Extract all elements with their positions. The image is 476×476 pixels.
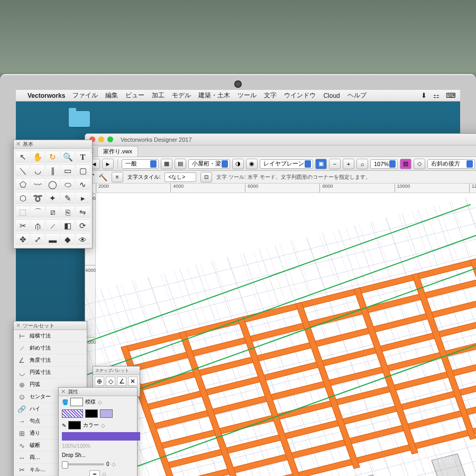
chamfer-tool-icon[interactable]: ⧄ bbox=[46, 206, 60, 218]
zoom-out-button[interactable]: − bbox=[329, 159, 341, 169]
text-options-button[interactable]: ⊡ bbox=[200, 172, 212, 182]
menu-view[interactable]: ビュー bbox=[125, 91, 144, 100]
menu-window[interactable]: ウインドウ bbox=[284, 91, 316, 100]
visibility-tool-icon[interactable]: 👁 bbox=[76, 233, 90, 246]
wifi-icon[interactable]: ⚏ bbox=[433, 91, 440, 99]
palette-close-icon[interactable]: ✕ bbox=[16, 322, 21, 329]
double-line-tool-icon[interactable]: ∥ bbox=[46, 164, 60, 177]
spiral-tool-icon[interactable]: ➰ bbox=[31, 192, 44, 205]
zoom-in-button[interactable]: + bbox=[343, 159, 354, 169]
canvas[interactable]: 800 bbox=[96, 193, 476, 476]
trim-tool-icon[interactable]: ⟋ bbox=[46, 219, 60, 232]
lavender-swatch[interactable] bbox=[100, 409, 113, 418]
menu-model[interactable]: モデル bbox=[172, 91, 191, 100]
polyline-tool-icon[interactable]: 〰 bbox=[31, 178, 44, 191]
rounded-rect-tool-icon[interactable]: ▢ bbox=[76, 164, 90, 177]
menu-help[interactable]: ヘルプ bbox=[347, 91, 367, 100]
palette-close-icon[interactable]: ✕ bbox=[16, 141, 21, 148]
locus-tool-icon[interactable]: ✦ bbox=[46, 192, 60, 205]
bucket-icon[interactable]: 🪣 bbox=[62, 399, 68, 405]
align-button[interactable]: ≡ bbox=[112, 172, 123, 182]
dropbox-icon[interactable]: ⬇ bbox=[421, 91, 427, 99]
menu-tools[interactable]: ツール bbox=[237, 91, 257, 100]
circle-tool-icon[interactable]: ◯ bbox=[46, 178, 60, 191]
class-select[interactable]: 一般 bbox=[122, 159, 159, 169]
document-tab[interactable]: 家作り.vwx bbox=[97, 146, 138, 157]
menu-edit[interactable]: 編集 bbox=[105, 91, 118, 100]
nav-fwd-button[interactable]: ► bbox=[102, 159, 114, 169]
hatch-swatch[interactable] bbox=[62, 409, 83, 418]
drawing-area[interactable]: 2000400060008000100001200014000 60004000… bbox=[85, 184, 476, 476]
fill-swatch[interactable] bbox=[70, 398, 83, 406]
pen-swatch[interactable] bbox=[68, 421, 81, 429]
zoom-select[interactable]: 107% bbox=[370, 159, 398, 169]
fillet-tool-icon[interactable]: ⌒ bbox=[31, 206, 44, 218]
attribute-mapping-tool-icon[interactable]: ▸ bbox=[76, 192, 90, 205]
line-tool-icon[interactable]: ＼ bbox=[16, 164, 30, 177]
text-tool-icon[interactable]: T bbox=[76, 151, 90, 163]
snap-intersection-icon[interactable]: ✕ bbox=[128, 377, 138, 386]
text-style-select[interactable]: <なし> bbox=[164, 172, 196, 182]
menu-file[interactable]: ファイル bbox=[72, 91, 98, 100]
symbol-tool-icon[interactable]: ◆ bbox=[61, 233, 75, 246]
palette-close-icon[interactable]: ✕ bbox=[61, 388, 66, 395]
reshape-tool-icon[interactable]: ◧ bbox=[61, 219, 75, 232]
scale-tool-icon[interactable]: ⤢ bbox=[31, 233, 44, 246]
toolset-item[interactable]: ◡円弧寸法 bbox=[14, 367, 87, 379]
menu-text[interactable]: 文字 bbox=[264, 91, 277, 100]
wall-tool-icon[interactable]: ▬ bbox=[46, 233, 60, 246]
offset-tool-icon[interactable]: ⎘ bbox=[61, 206, 75, 218]
rectangle-tool-icon[interactable]: ▭ bbox=[61, 164, 75, 177]
split-tool-icon[interactable]: ✂ bbox=[16, 219, 30, 232]
color-bar[interactable] bbox=[62, 432, 140, 441]
menu-cloud[interactable]: Cloud bbox=[323, 92, 340, 99]
app-name[interactable]: Vectorworks bbox=[28, 92, 65, 99]
arc-tool-icon[interactable]: ◡ bbox=[31, 164, 44, 177]
attributes-palette[interactable]: ✕ 属性 🪣 模様 ◇ ✎ カラー ◇ 100%/10 bbox=[58, 387, 138, 476]
projection-button[interactable]: ◇ bbox=[414, 159, 425, 169]
eyedropper-tool-icon[interactable]: ✎ bbox=[61, 192, 75, 205]
toolset-item[interactable]: ∠角度寸法 bbox=[14, 354, 87, 367]
snap-object-icon[interactable]: ◇ bbox=[106, 377, 115, 386]
black-swatch[interactable] bbox=[85, 409, 98, 418]
view-cube-button[interactable]: ▣ bbox=[315, 159, 327, 169]
basic-tool-palette[interactable]: ✕ 基本 ↖ ✋ ↻ 🔍 T ＼ ◡ ∥ ▭ ▢ ⬠ 〰 ◯ ⬭ ∿ ⬡ ➰ bbox=[13, 140, 93, 249]
window-titlebar[interactable]: Vectorworks Designer 2017 家作り.vwx bbox=[85, 134, 476, 145]
finder-folder-icon[interactable] bbox=[69, 111, 90, 127]
view-select[interactable]: 右斜め後方 bbox=[427, 159, 475, 169]
minimize-window-icon[interactable] bbox=[98, 136, 104, 142]
clip-tool-icon[interactable]: ⬚ bbox=[16, 206, 30, 218]
input-icon[interactable]: ⌨ bbox=[446, 91, 456, 99]
pan-tool-icon[interactable]: ✋ bbox=[31, 151, 44, 163]
freehand-tool-icon[interactable]: ∿ bbox=[76, 178, 90, 191]
zoom-window-icon[interactable] bbox=[107, 136, 113, 142]
render-mode-button[interactable]: ▨ bbox=[400, 159, 411, 169]
plane-select[interactable]: レイヤプレーン bbox=[260, 159, 313, 169]
layer-select[interactable]: 小屋桁・梁 bbox=[188, 159, 230, 169]
pen-icon[interactable]: ✎ bbox=[62, 423, 66, 428]
regular-polygon-tool-icon[interactable]: ⬡ bbox=[16, 192, 30, 205]
visibility-button[interactable]: ◑ bbox=[232, 159, 244, 169]
selection-tool-icon[interactable]: ↖ bbox=[16, 151, 30, 163]
filter-button[interactable]: ◉ bbox=[246, 159, 258, 169]
oval-tool-icon[interactable]: ⬭ bbox=[61, 178, 75, 191]
connect-tool-icon[interactable]: ⫛ bbox=[31, 219, 44, 232]
zoom-tool-icon[interactable]: 🔍 bbox=[61, 151, 75, 163]
hammer-icon[interactable]: 🔨 bbox=[98, 173, 107, 181]
shadow-slider[interactable] bbox=[62, 463, 104, 465]
zoom-fit-button[interactable]: ⌕ bbox=[356, 159, 368, 169]
polygon-tool-icon[interactable]: ⬠ bbox=[16, 178, 30, 191]
flyover-tool-icon[interactable]: ↻ bbox=[46, 151, 60, 163]
mirror-tool-icon[interactable]: ⇋ bbox=[76, 206, 90, 218]
menu-arch[interactable]: 建築・土木 bbox=[198, 91, 230, 100]
toolset-item[interactable]: ⟋斜め寸法 bbox=[14, 342, 87, 354]
toolset-item[interactable]: ⊢縦横寸法 bbox=[14, 330, 87, 342]
move-tool-icon[interactable]: ✥ bbox=[16, 233, 30, 246]
rotate-tool-icon[interactable]: ⟳ bbox=[76, 219, 90, 232]
menu-modify[interactable]: 加工 bbox=[152, 91, 164, 100]
class-options-button[interactable]: ▦ bbox=[161, 159, 172, 169]
line-style-select[interactable]: ━ bbox=[89, 470, 100, 476]
layers-button[interactable]: ▤ bbox=[175, 159, 186, 169]
snap-angle-icon[interactable]: ∠ bbox=[117, 377, 126, 386]
snap-point-icon[interactable]: ⊕ bbox=[95, 377, 104, 386]
